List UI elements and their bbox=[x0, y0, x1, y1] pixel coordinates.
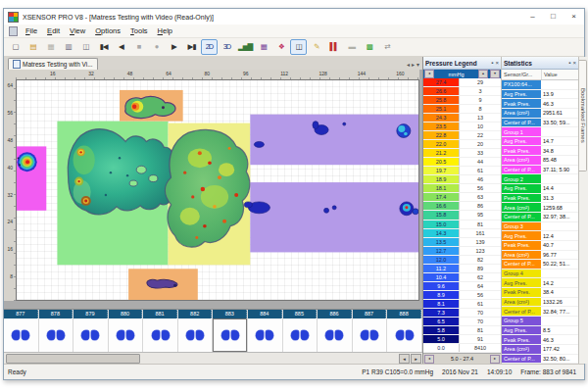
maximize-button[interactable]: □ bbox=[543, 9, 564, 24]
film-frame[interactable]: 877 bbox=[4, 310, 39, 352]
ruler-label: 16 bbox=[4, 246, 16, 273]
stat-label: Peak Pres. bbox=[502, 194, 541, 203]
close-button[interactable]: × bbox=[564, 9, 584, 24]
bookmarked-frames-tab[interactable]: Bookmarked Frames bbox=[579, 60, 587, 172]
scrollbar-thumb[interactable] bbox=[6, 354, 140, 364]
tab-scroll-right-button[interactable]: ▸ bbox=[412, 61, 415, 68]
print-preview-icon[interactable]: ◫ bbox=[77, 39, 94, 55]
legend-count: 46 bbox=[460, 175, 501, 183]
ruler-label: 40 bbox=[4, 165, 16, 192]
tab-matress-testing[interactable]: Matress Testing with Vi... bbox=[8, 58, 98, 70]
compare-button[interactable]: ▬ bbox=[343, 39, 360, 55]
skip-end-icon[interactable]: ▶▮ bbox=[183, 39, 200, 55]
frame-thumbnail-blob bbox=[256, 330, 273, 340]
legend-value: 24.3 bbox=[423, 114, 460, 122]
new-icon[interactable]: ▢ bbox=[7, 39, 24, 55]
tab-menu-button[interactable]: ▾ bbox=[416, 61, 419, 68]
annotate-button[interactable]: ✎ bbox=[308, 39, 324, 55]
menu-item[interactable]: Edit bbox=[42, 26, 65, 35]
statistics-row: Area (cm²) 96.77 bbox=[502, 251, 578, 261]
film-frame[interactable]: 879 bbox=[74, 310, 109, 352]
legend-row: 10.4 62 bbox=[423, 273, 501, 282]
range-right-button[interactable]: ▸ bbox=[490, 355, 500, 364]
film-frame[interactable]: 885 bbox=[283, 310, 318, 352]
minimize-button[interactable]: – bbox=[522, 9, 543, 24]
horizontal-scrollbar[interactable]: ◂ ▸ bbox=[4, 352, 422, 364]
statistics-rows: PX100:64... Avg Pres. 13.9 Peak Pres. 46… bbox=[502, 80, 578, 364]
legend-row: 15.8 95 bbox=[423, 211, 501, 220]
film-frame[interactable]: 884 bbox=[248, 310, 283, 352]
stat-value: 14.4 bbox=[541, 184, 578, 193]
print-icon[interactable]: ▥ bbox=[60, 39, 76, 55]
film-frame[interactable]: 880 bbox=[109, 310, 144, 352]
open-icon[interactable]: ▤ bbox=[24, 39, 41, 55]
film-frame[interactable]: 886 bbox=[318, 310, 353, 352]
play-icon[interactable]: ▶ bbox=[166, 39, 182, 55]
pressure-map-canvas[interactable] bbox=[16, 79, 419, 301]
pin-icon[interactable]: ▪ bbox=[491, 60, 493, 66]
menu-item[interactable]: File bbox=[21, 26, 42, 35]
statistics-title: Statistics bbox=[504, 60, 532, 67]
film-frame[interactable]: 881 bbox=[143, 310, 178, 352]
menu-item[interactable]: View bbox=[65, 26, 90, 35]
save-icon[interactable]: ▦ bbox=[42, 39, 59, 55]
chart-view-button[interactable]: ▂▅▇ bbox=[236, 39, 254, 55]
legend-count: 8 bbox=[460, 105, 501, 113]
step-back-icon[interactable]: ◀ bbox=[113, 39, 129, 55]
view-3d-button[interactable]: 3D bbox=[219, 39, 235, 55]
layout-button[interactable]: ◫ bbox=[290, 39, 307, 55]
ruler-label: 96 bbox=[226, 70, 265, 79]
stat-value: 38.4 bbox=[541, 288, 578, 297]
legend-value: 12.7 bbox=[423, 247, 460, 255]
view-2d-button[interactable]: 2D bbox=[201, 39, 218, 55]
statistics-row: Peak Pres. 31.3 bbox=[502, 194, 578, 204]
tab-document-icon bbox=[13, 60, 21, 69]
close-icon[interactable]: × bbox=[495, 60, 499, 66]
stat-value: 32.97; 38... bbox=[541, 213, 578, 221]
menu-item[interactable]: Options bbox=[90, 26, 125, 35]
statistics-row: Avg Pres. 14.2 bbox=[502, 278, 578, 288]
legend-down-button[interactable]: ▾ bbox=[490, 70, 500, 78]
legend-up-button[interactable]: ▴ bbox=[478, 70, 488, 78]
statistics-row: Group 3 bbox=[502, 222, 578, 232]
pin-icon[interactable]: ▪ bbox=[568, 60, 570, 66]
film-frame[interactable]: 878 bbox=[39, 310, 74, 352]
scroll-left-button[interactable]: ◂ bbox=[399, 354, 410, 364]
pressure-legend-panel: Pressure Legend ▪ × ◂ mmHg ▴ ▾ bbox=[423, 57, 502, 364]
app-window: XSENSOR PRO V8 - [Matress Testing with V… bbox=[3, 8, 585, 380]
legend-left-button[interactable]: ◂ bbox=[424, 70, 434, 78]
column-sensor-group[interactable]: Sensor/Gr... bbox=[502, 70, 542, 79]
legend-row: 12.7 123 bbox=[423, 247, 501, 256]
scroll-right-button[interactable]: ▸ bbox=[411, 354, 421, 364]
close-icon[interactable]: × bbox=[572, 60, 576, 66]
columns-button[interactable]: ▌▌ bbox=[325, 39, 342, 55]
grid-view-button[interactable]: ▦ bbox=[255, 39, 271, 55]
record-icon[interactable]: ● bbox=[148, 39, 165, 55]
stat-value: 31.3 bbox=[541, 194, 578, 203]
menu-item[interactable]: Tools bbox=[125, 26, 153, 35]
menu-item[interactable]: Help bbox=[153, 26, 177, 35]
legend-value: 8.9 bbox=[423, 291, 460, 299]
tab-scroll-left-button[interactable]: ◂ bbox=[407, 61, 410, 68]
sync-button[interactable]: ⇄ bbox=[378, 39, 395, 55]
legend-count: 56 bbox=[460, 291, 501, 299]
range-left-button[interactable]: ◂ bbox=[424, 355, 434, 364]
document-area: Matress Testing with Vi... ◂ ▸ ▾ 1632486… bbox=[4, 57, 423, 364]
ruler-label: 64 bbox=[149, 70, 187, 79]
calibration-button[interactable]: ▩ bbox=[361, 39, 377, 55]
skip-start-icon[interactable]: ▮◀ bbox=[95, 39, 112, 55]
frame-number: 885 bbox=[283, 310, 318, 318]
stop-icon[interactable]: ■ bbox=[130, 39, 147, 55]
film-frame[interactable]: 883 bbox=[213, 310, 248, 352]
column-value[interactable]: Value bbox=[542, 70, 578, 79]
legend-row: 19.7 61 bbox=[423, 167, 501, 175]
stat-label: Center of P... bbox=[502, 166, 541, 174]
film-frame[interactable]: 888 bbox=[387, 310, 422, 352]
stat-label: Peak Pres. bbox=[502, 146, 541, 155]
settings-button[interactable]: ❖ bbox=[272, 39, 289, 55]
film-frame[interactable]: 887 bbox=[353, 310, 388, 352]
legend-count: 61 bbox=[460, 300, 501, 308]
legend-row: 16.6 86 bbox=[423, 202, 501, 211]
legend-value: 21.2 bbox=[423, 149, 460, 157]
film-frame[interactable]: 882 bbox=[178, 310, 214, 352]
